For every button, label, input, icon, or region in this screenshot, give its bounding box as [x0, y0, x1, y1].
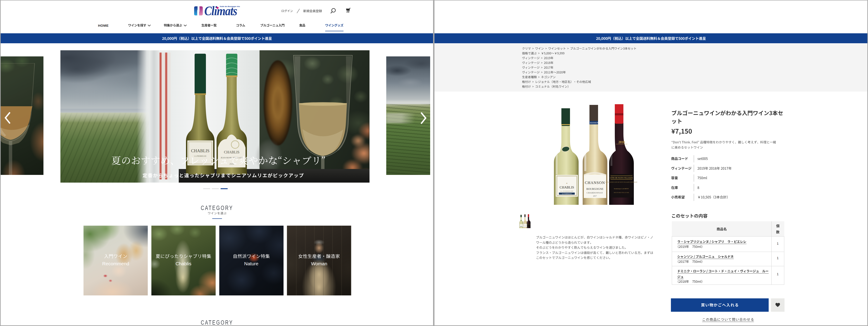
svg-text:CHABLIS: CHABLIS	[191, 148, 209, 153]
svg-text:CHABLIS: CHABLIS	[224, 150, 239, 154]
